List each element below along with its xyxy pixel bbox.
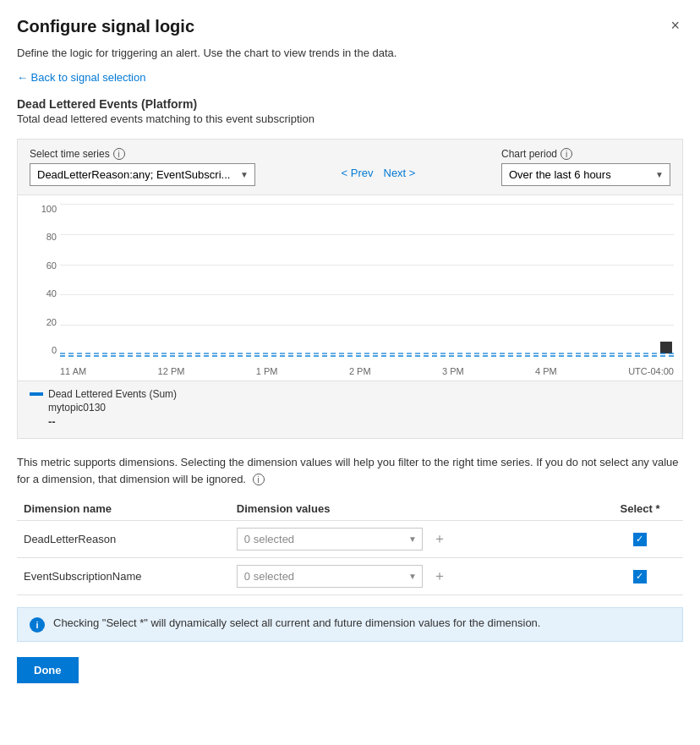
chart-inner: 0 20 40 60 80 100 11 AM 12 PM 1 PM [18,195,682,381]
info-note-icon: i [30,617,45,633]
x-label-utc: UTC-04:00 [628,366,674,376]
close-button[interactable]: × [667,17,683,35]
time-series-info-icon[interactable]: i [113,148,125,160]
signal-description: Total dead lettered events matching to t… [17,112,683,125]
dim-add-button-2[interactable]: ＋ [429,567,450,585]
x-label-12pm: 12 PM [158,366,185,376]
grid-line-60 [60,265,674,266]
chart-area: 0 20 40 60 80 100 11 AM 12 PM 1 PM [17,195,683,381]
y-axis-labels: 0 20 40 60 80 100 [26,204,57,355]
dim-values-wrapper-2: 0 selected ▼ ＋ [237,565,590,588]
x-label-1pm: 1 PM [256,366,278,376]
signal-name: Dead Lettered Events (Platform) [17,97,683,111]
dim-values-wrapper: 0 selected ▼ ＋ [237,528,590,551]
dim-values-eventsub: 0 selected ▼ ＋ [230,558,597,595]
y-label-100: 100 [26,204,57,214]
back-to-signal-link[interactable]: ← Back to signal selection [17,71,145,84]
dim-add-button-1[interactable]: ＋ [429,530,450,548]
x-label-11am: 11 AM [60,366,86,376]
controls-row: Select time series i DeadLetterReason:an… [30,148,670,186]
table-row: EventSubscriptionName 0 selected ▼ ＋ [17,558,683,595]
dim-dropdown-wrapper-1: 0 selected ▼ [237,528,423,551]
dim-dropdown-wrapper-2: 0 selected ▼ [237,565,423,588]
dimensions-info-text: This metric supports dimensions. Selecti… [17,454,683,487]
dim-name-deadletter: DeadLetterReason [17,521,230,558]
dimensions-info-icon[interactable]: i [253,474,265,485]
legend-value: -- [48,415,670,428]
x-axis-labels: 11 AM 12 PM 1 PM 2 PM 3 PM 4 PM UTC-04:0… [60,366,674,376]
time-series-select[interactable]: DeadLetterReason:any; EventSubscri... [30,163,255,186]
dialog-header: Configure signal logic × [17,17,683,36]
chart-period-select[interactable]: Over the last 1 hour Over the last 6 hou… [501,163,670,186]
zero-line [60,355,674,357]
col-select-star: Select * [597,497,683,521]
col-dimension-values: Dimension values [230,497,597,521]
chart-controls-bar: Select time series i DeadLetterReason:an… [17,139,683,195]
footer: Done [17,657,683,683]
chart-period-info-icon[interactable]: i [561,148,572,160]
y-label-0: 0 [26,345,57,355]
dimensions-table-body: DeadLetterReason 0 selected ▼ ＋ [17,521,683,595]
info-note-text: Checking "Select *" will dynamically sel… [53,616,540,629]
legend-color-swatch [30,392,43,396]
chart-period-dropdown-wrapper: Over the last 1 hour Over the last 6 hou… [501,163,670,186]
col-dimension-name: Dimension name [17,497,230,521]
dim-checkbox-1[interactable] [633,533,647,546]
dim-values-select-1[interactable]: 0 selected [237,528,423,551]
table-row: DeadLetterReason 0 selected ▼ ＋ [17,521,683,558]
x-label-3pm: 3 PM [442,366,464,376]
chart-line-svg [60,352,674,355]
legend-subtitle: mytopic0130 [48,402,670,414]
chart-period-label: Chart period i [501,148,670,160]
grid-line-40 [60,294,674,295]
time-series-label: Select time series i [30,148,255,160]
dim-values-deadletter: 0 selected ▼ ＋ [230,521,597,558]
y-label-40: 40 [26,288,57,299]
time-series-dropdown-wrapper: DeadLetterReason:any; EventSubscri... ▼ [30,163,255,186]
info-note-box: i Checking "Select *" will dynamically s… [17,607,683,642]
y-label-80: 80 [26,232,57,242]
legend-item: Dead Lettered Events (Sum) [30,388,670,400]
x-label-4pm: 4 PM [535,366,557,376]
grid-line-20 [60,325,674,326]
chart-legend: Dead Lettered Events (Sum) mytopic0130 -… [17,381,683,439]
time-series-control: Select time series i DeadLetterReason:an… [30,148,255,186]
dim-values-select-2[interactable]: 0 selected [237,565,423,588]
dim-checkbox-cell-1 [597,521,683,558]
done-button[interactable]: Done [17,657,79,683]
x-label-2pm: 2 PM [349,366,371,376]
dim-checkbox-2[interactable] [633,570,647,583]
dimensions-table: Dimension name Dimension values Select *… [17,497,683,595]
dimensions-table-header: Dimension name Dimension values Select * [17,497,683,521]
chart-grid [60,204,674,355]
next-button[interactable]: Next > [380,165,419,181]
dialog-subtitle: Define the logic for triggering an alert… [17,47,683,59]
table-header-row: Dimension name Dimension values Select * [17,497,683,521]
legend-series-name: Dead Lettered Events (Sum) [48,388,177,400]
configure-signal-dialog: Configure signal logic × Define the logi… [0,0,700,745]
chart-period-control: Chart period i Over the last 1 hour Over… [501,148,670,186]
dim-name-eventsub: EventSubscriptionName [17,558,230,595]
dialog-title: Configure signal logic [17,17,194,36]
prev-button[interactable]: < Prev [338,165,377,181]
grid-line-80 [60,234,674,235]
prev-next-nav: < Prev Next > [338,165,419,186]
grid-line-100 [60,204,674,205]
dim-checkbox-cell-2 [597,558,683,595]
y-label-60: 60 [26,260,57,271]
y-label-20: 20 [26,317,57,327]
